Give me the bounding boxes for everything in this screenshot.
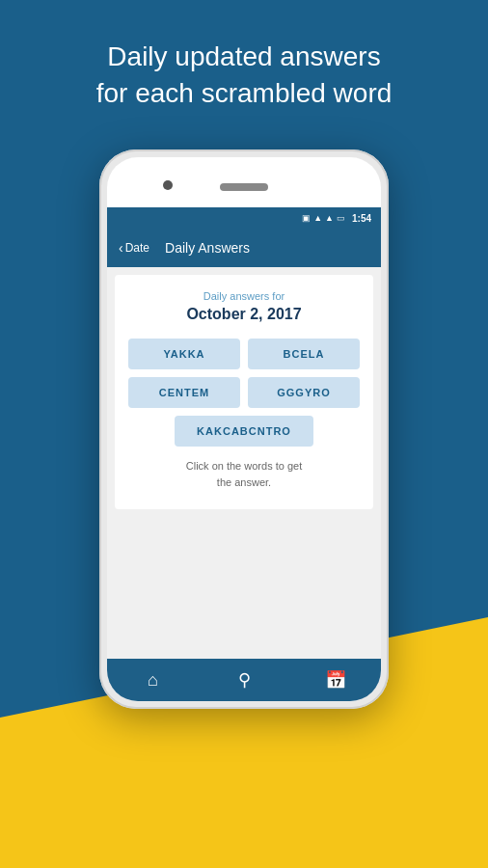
nav-search-icon[interactable]: ⚲ bbox=[199, 669, 290, 691]
camera-icon bbox=[163, 180, 173, 190]
instruction-text: Click on the words to getthe answer. bbox=[128, 458, 360, 490]
header-title: Daily updated answers for each scrambled… bbox=[39, 39, 449, 112]
word-button-kakcabcntro[interactable]: KAKCABCNTRO bbox=[175, 416, 313, 447]
signal-icon: ▲ bbox=[325, 213, 334, 223]
app-bar-title: Daily Answers bbox=[165, 240, 250, 256]
date-label: Daily answers for bbox=[128, 290, 360, 302]
nav-home-icon[interactable]: ⌂ bbox=[107, 670, 199, 691]
phone-screen: ▣ ▲ ▲ ▭ 1:54 ‹ Date Daily Answers bbox=[107, 207, 381, 701]
back-label: Date bbox=[125, 241, 149, 255]
battery-icon: ▭ bbox=[337, 213, 345, 223]
wifi-icon: ▲ bbox=[313, 213, 322, 223]
phone-mockup: ▣ ▲ ▲ ▭ 1:54 ‹ Date Daily Answers bbox=[99, 149, 389, 709]
nav-calendar-icon[interactable]: 📅 bbox=[289, 669, 381, 691]
back-chevron-icon: ‹ bbox=[119, 240, 123, 256]
word-button-yakka[interactable]: YAKKA bbox=[128, 339, 240, 369]
app-bar: ‹ Date Daily Answers bbox=[107, 229, 381, 267]
speaker bbox=[220, 183, 268, 191]
phone-inner: ▣ ▲ ▲ ▭ 1:54 ‹ Date Daily Answers bbox=[107, 157, 381, 701]
date-value: October 2, 2017 bbox=[128, 306, 360, 323]
phone-top-bezel bbox=[107, 173, 381, 202]
phone-shell: ▣ ▲ ▲ ▭ 1:54 ‹ Date Daily Answers bbox=[99, 149, 389, 709]
word-button-centem[interactable]: CENTEM bbox=[128, 377, 240, 408]
back-button[interactable]: ‹ Date bbox=[119, 240, 149, 256]
vibrate-icon: ▣ bbox=[302, 213, 311, 223]
header-section: Daily updated answers for each scrambled… bbox=[0, 39, 488, 112]
status-time: 1:54 bbox=[352, 213, 371, 224]
content-area: Daily answers for October 2, 2017 YAKKA … bbox=[115, 275, 373, 509]
status-bar: ▣ ▲ ▲ ▭ 1:54 bbox=[107, 207, 381, 229]
bottom-nav: ⌂ ⚲ 📅 bbox=[107, 659, 381, 701]
word-button-gggyro[interactable]: GGGYRO bbox=[248, 377, 360, 408]
words-grid: YAKKA BCELA CENTEM GGGYRO bbox=[128, 339, 360, 408]
status-icons: ▣ ▲ ▲ ▭ bbox=[302, 213, 345, 223]
word-button-bcela[interactable]: BCELA bbox=[248, 339, 360, 369]
